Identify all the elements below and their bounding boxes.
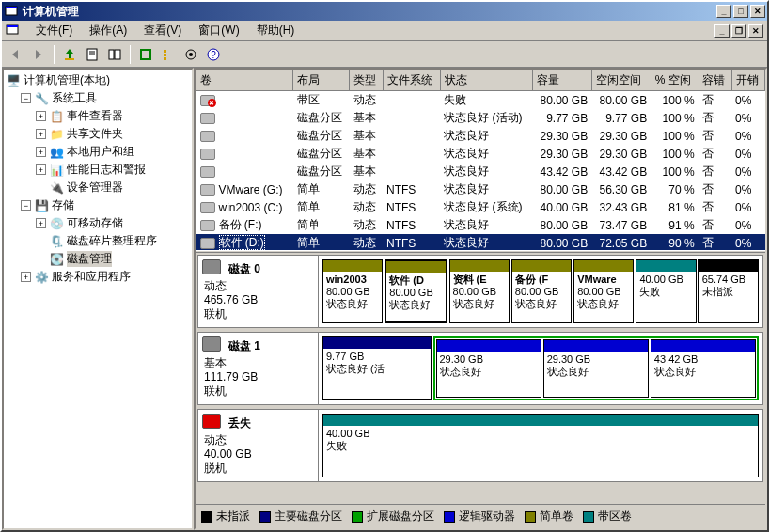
- app-icon: [4, 4, 19, 19]
- disk-graphical-view[interactable]: 磁盘 0动态465.76 GB联机win200380.00 GB状态良好软件 (…: [196, 253, 765, 504]
- volume-list[interactable]: 卷布局类型文件系统状态容量空闲空间% 空闲容错开销 带区动态失败80.00 GB…: [196, 70, 765, 250]
- titlebar: 计算机管理 _ □ ✕: [2, 2, 767, 21]
- column-header[interactable]: 容错: [698, 70, 731, 91]
- svg-rect-3: [7, 25, 18, 27]
- svg-rect-4: [65, 58, 74, 60]
- menu-action[interactable]: 操作(A): [82, 21, 134, 40]
- refresh-button[interactable]: [135, 44, 156, 65]
- up-button[interactable]: [59, 44, 80, 65]
- tree-perf-logs[interactable]: +📊性能日志和警报: [6, 161, 190, 179]
- disk-row[interactable]: 磁盘 1基本111.79 GB联机9.77 GB状态良好 (活29.30 GB状…: [197, 332, 763, 405]
- close-button[interactable]: ✕: [750, 5, 765, 18]
- minimize-button[interactable]: _: [716, 5, 731, 18]
- tree-shared-folders[interactable]: +📁共享文件夹: [6, 125, 190, 143]
- menubar: 文件(F) 操作(A) 查看(V) 窗口(W) 帮助(H) _ ❐ ✕: [2, 21, 767, 41]
- view-list-button[interactable]: [158, 44, 179, 65]
- window-title: 计算机管理: [23, 4, 716, 20]
- column-header[interactable]: 状态: [440, 70, 532, 91]
- tree-disk-management[interactable]: 💽磁盘管理: [6, 250, 190, 268]
- svg-rect-9: [115, 50, 120, 59]
- help-button[interactable]: ?: [203, 44, 224, 65]
- legend: 未指派 主要磁盘分区 扩展磁盘分区 逻辑驱动器 简单卷 带区卷: [196, 504, 765, 528]
- volume-row[interactable]: 磁盘分区基本状态良好29.30 GB29.30 GB100 %否0%: [196, 127, 765, 145]
- disk-partition[interactable]: win200380.00 GB状态良好: [322, 259, 383, 323]
- svg-rect-5: [87, 49, 97, 60]
- mdi-minimize-button[interactable]: _: [714, 24, 730, 38]
- column-header[interactable]: % 空闲: [651, 70, 698, 91]
- svg-rect-12: [164, 54, 166, 56]
- svg-point-15: [189, 53, 193, 56]
- tree-device-manager[interactable]: 🔌设备管理器: [6, 179, 190, 196]
- svg-text:?: ?: [211, 50, 216, 60]
- column-header[interactable]: 开销: [731, 70, 764, 91]
- disk-partition[interactable]: 9.77 GB状态良好 (活: [322, 336, 432, 400]
- volume-row[interactable]: 磁盘分区基本状态良好 (活动)9.77 GB9.77 GB100 %否0%: [196, 109, 765, 127]
- volume-row[interactable]: 带区动态失败80.00 GB80.00 GB100 %否0%: [196, 91, 765, 110]
- disk-row[interactable]: 磁盘 0动态465.76 GB联机win200380.00 GB状态良好软件 (…: [197, 255, 763, 328]
- disk-partition[interactable]: 43.42 GB状态良好: [651, 339, 756, 398]
- disk-partition[interactable]: 资料 (E80.00 GB状态良好: [449, 259, 510, 323]
- toolbar: ?: [2, 41, 767, 68]
- show-hide-button[interactable]: [104, 44, 125, 65]
- menu-file[interactable]: 文件(F): [28, 21, 80, 40]
- column-header[interactable]: 文件系统: [383, 70, 440, 91]
- mdi-restore-button[interactable]: ❐: [731, 24, 746, 38]
- svg-rect-8: [109, 50, 114, 59]
- disk-partition[interactable]: 29.30 GB状态良好: [543, 339, 649, 398]
- svg-rect-13: [164, 57, 166, 60]
- volume-row[interactable]: win2003 (C:)简单动态NTFS状态良好 (系统)40.00 GB32.…: [196, 198, 765, 216]
- system-menu-icon[interactable]: [6, 23, 21, 39]
- disk-partition[interactable]: 40.00 GB失败: [322, 414, 759, 477]
- volume-row[interactable]: 备份 (F:)简单动态NTFS状态良好80.00 GB73.47 GB91 %否…: [196, 216, 765, 234]
- tree-event-viewer[interactable]: +📋事件查看器: [6, 107, 190, 125]
- menu-view[interactable]: 查看(V): [136, 21, 189, 40]
- nav-tree[interactable]: 🖥️计算机管理(本地) −🔧系统工具 +📋事件查看器 +📁共享文件夹 +👥本地用…: [2, 68, 194, 530]
- menu-window[interactable]: 窗口(W): [191, 21, 246, 40]
- disk-partition[interactable]: 40.00 GB失败: [636, 259, 696, 323]
- disk-partition[interactable]: 软件 (D80.00 GB状态良好: [384, 259, 447, 323]
- menu-help[interactable]: 帮助(H): [249, 21, 303, 40]
- tree-services-apps[interactable]: +⚙️服务和应用程序: [6, 268, 190, 286]
- properties-button[interactable]: [82, 44, 102, 65]
- forward-button[interactable]: [28, 44, 49, 65]
- column-header[interactable]: 容量: [532, 70, 591, 91]
- settings-button[interactable]: [180, 44, 201, 65]
- volume-row[interactable]: 磁盘分区基本状态良好29.30 GB29.30 GB100 %否0%: [196, 145, 765, 163]
- tree-system-tools[interactable]: −🔧系统工具: [6, 89, 190, 107]
- disk-partition[interactable]: 备份 (F80.00 GB状态良好: [511, 259, 572, 323]
- volume-row[interactable]: 软件 (D:)简单动态NTFS状态良好80.00 GB72.05 GB90 %否…: [196, 234, 765, 250]
- tree-defrag[interactable]: 🗜️磁盘碎片整理程序: [6, 232, 190, 250]
- svg-rect-1: [6, 7, 17, 8]
- column-header[interactable]: 类型: [350, 70, 383, 91]
- volume-row[interactable]: 磁盘分区基本状态良好43.42 GB43.42 GB100 %否0%: [196, 163, 765, 180]
- disk-partition[interactable]: VMware80.00 GB状态良好: [573, 259, 634, 323]
- tree-removable-storage[interactable]: +💿可移动存储: [6, 214, 190, 232]
- column-header[interactable]: 空闲空间: [591, 70, 651, 91]
- svg-rect-11: [164, 50, 166, 53]
- disk-partition[interactable]: 65.74 GB未指派: [698, 259, 759, 323]
- svg-rect-10: [141, 50, 150, 59]
- tree-root[interactable]: 🖥️计算机管理(本地): [6, 71, 190, 89]
- mdi-close-button[interactable]: ✕: [748, 24, 763, 38]
- column-header[interactable]: 卷: [196, 70, 293, 91]
- volume-row[interactable]: VMware (G:)简单动态NTFS状态良好80.00 GB56.30 GB7…: [196, 180, 765, 198]
- tree-storage[interactable]: −💾存储: [6, 196, 190, 214]
- disk-row[interactable]: 丢失动态40.00 GB脱机40.00 GB失败: [197, 409, 763, 482]
- column-header[interactable]: 布局: [293, 70, 350, 91]
- tree-local-users[interactable]: +👥本地用户和组: [6, 143, 190, 161]
- back-button[interactable]: [6, 44, 26, 65]
- disk-partition[interactable]: 29.30 GB状态良好: [436, 339, 541, 398]
- maximize-button[interactable]: □: [733, 5, 748, 18]
